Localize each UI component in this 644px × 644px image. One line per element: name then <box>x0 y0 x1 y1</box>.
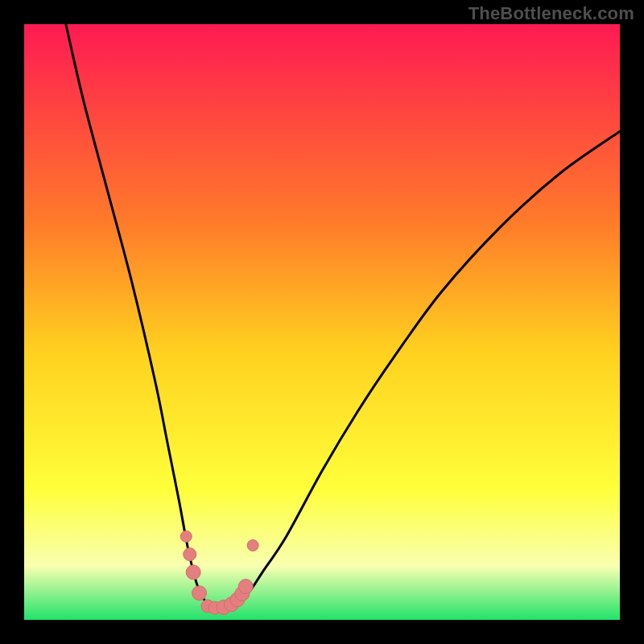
watermark-text: TheBottleneck.com <box>469 3 634 24</box>
sample-point <box>247 540 258 551</box>
sample-point <box>186 565 200 580</box>
sample-point <box>180 530 192 542</box>
chart-frame: { "watermark": "TheBottleneck.com", "col… <box>0 0 644 644</box>
sample-point <box>238 580 253 594</box>
sample-point <box>192 586 207 601</box>
sample-point <box>184 548 196 561</box>
bottleneck-plot <box>0 0 644 644</box>
gradient-plot-area <box>24 24 620 620</box>
